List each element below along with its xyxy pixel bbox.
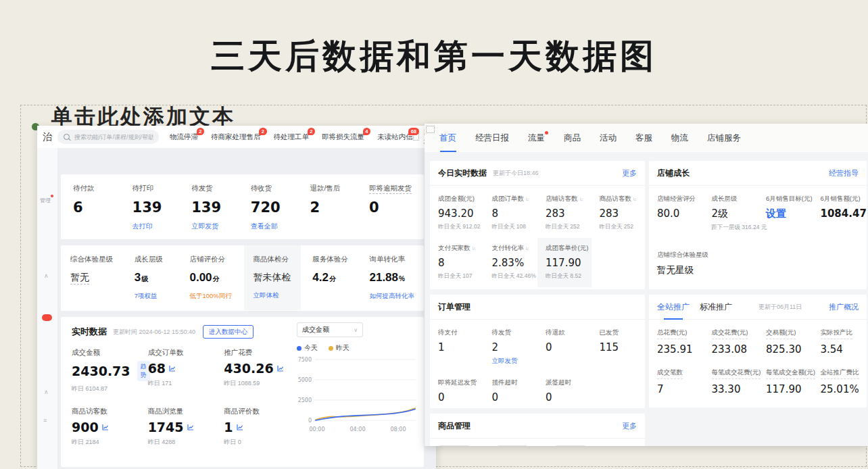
- rating-value: 3: [135, 271, 141, 284]
- growth-metric: 6月销售额(元) 1084.47: [813, 189, 867, 239]
- metric-value: 943.20: [438, 207, 476, 220]
- trend-chart-icon[interactable]: [102, 424, 109, 430]
- metric-value: 0: [546, 341, 583, 353]
- order-stat-link[interactable]: 去打印: [132, 222, 172, 231]
- main-tab[interactable]: 经营日报: [475, 132, 509, 144]
- rating-unit: 分: [213, 275, 220, 282]
- chevron-down-icon: ∨: [354, 327, 358, 333]
- metric-value: 1084.47: [821, 207, 859, 220]
- main-tab[interactable]: 客服: [635, 132, 652, 144]
- order-stat-label: 待打印: [132, 184, 172, 193]
- more-link[interactable]: 更多: [622, 421, 637, 431]
- metric-value: 7: [657, 383, 696, 395]
- main-tab[interactable]: 店铺服务: [707, 132, 741, 144]
- search-input[interactable]: [73, 133, 155, 141]
- data-center-button[interactable]: 进入数据中心: [203, 325, 254, 339]
- trend-chart-icon[interactable]: [277, 365, 284, 372]
- ship-now-link[interactable]: 立即发货: [492, 357, 530, 366]
- metric-label: 待退款: [546, 328, 565, 337]
- legend-today[interactable]: 今天: [297, 343, 318, 353]
- trend-chart-icon[interactable]: [633, 196, 637, 202]
- top-nav-label: 待处理工单: [274, 132, 310, 141]
- trend-chart-icon[interactable]: [473, 245, 476, 251]
- promotion-tab-standard[interactable]: 标准推广: [700, 301, 732, 313]
- today-metric: 成团订单数 8 昨日全天 108: [484, 189, 538, 238]
- order-stat: 待付款 6: [73, 184, 112, 231]
- search-box[interactable]: [57, 130, 159, 144]
- search-icon: [64, 134, 70, 140]
- order-stat-label: 待付款: [73, 184, 112, 193]
- metric-label: 支付买家数: [438, 244, 471, 253]
- rating-label: 综合体验星级: [70, 255, 113, 264]
- today-metric: 店铺访客数 283 昨日全天 252: [537, 189, 592, 238]
- rating-link[interactable]: 低于100%同行: [189, 292, 231, 301]
- order-stat-value: 139: [191, 199, 231, 216]
- top-nav-item[interactable]: 待处理工单 2: [274, 132, 310, 142]
- main-tab[interactable]: 首页: [439, 132, 456, 144]
- today-line: [316, 409, 415, 420]
- main-tabs: 首页 经营日报 流量 商品 活动 客服 物流 店铺服务: [425, 124, 868, 152]
- chevron-up-icon[interactable]: ∧: [44, 389, 49, 395]
- metric-value: 8: [492, 207, 530, 220]
- rating-link[interactable]: 立即体检: [254, 291, 291, 300]
- metric-value: 1: [438, 341, 476, 353]
- trend-chart-icon[interactable]: [580, 196, 583, 202]
- metric-sub: 距下一层级 316.24 元: [712, 224, 750, 232]
- rating-label: 询单转化率: [369, 255, 414, 264]
- top-nav-item[interactable]: 待商家处理售后 2: [211, 132, 261, 142]
- left-column: 今日实时数据 更新于今日18:46 更多 成团金额(元) 943.20 昨日全天…: [430, 161, 645, 446]
- top-nav-item[interactable]: 物流停滞 2: [170, 132, 198, 142]
- rating-link[interactable]: 7项权益: [135, 292, 168, 301]
- main-tab[interactable]: 物流: [671, 132, 688, 144]
- top-nav-item[interactable]: 未读站内信 68: [377, 132, 413, 142]
- metric-value: 1745: [148, 420, 184, 435]
- more-link[interactable]: 更多: [622, 168, 637, 178]
- metric-value: 430.26: [224, 361, 273, 376]
- trend-chart-icon[interactable]: [526, 196, 529, 202]
- promotion-metric: 成交笔数 7: [649, 362, 704, 402]
- svg-text:5000: 5000: [298, 377, 312, 383]
- promotion-metric: 每笔成交金额(元) 117.90: [758, 362, 813, 402]
- legend-yesterday[interactable]: 昨天: [329, 343, 349, 353]
- metric-label: 实际投产比: [821, 328, 853, 339]
- metric-label: 全站推广费比: [821, 368, 859, 379]
- top-nav-label: 待商家处理售后: [211, 132, 261, 141]
- order-stat-link[interactable]: 查看全部: [251, 222, 290, 231]
- chart-metric-select[interactable]: 成交金额 ∨: [297, 322, 363, 337]
- rail-manage-item[interactable]: 管理: [40, 197, 51, 204]
- metric-value: 3.54: [821, 343, 859, 355]
- notification-badge: 2: [259, 128, 266, 136]
- realtime-metric: 推广花费 430.26 昨日 1088.59: [224, 348, 300, 393]
- main-tab[interactable]: 流量: [528, 132, 545, 144]
- trend-chart-icon[interactable]: [187, 424, 194, 430]
- top-nav-item[interactable]: 即将损失流量 4: [322, 132, 364, 142]
- order-metric: 待支付 1: [430, 322, 484, 372]
- trend-chart-icon[interactable]: [169, 365, 176, 372]
- menu-icon[interactable]: ≡: [43, 417, 47, 424]
- trend-chart-icon[interactable]: [237, 424, 243, 430]
- metric-label: 揽件超时: [492, 378, 518, 387]
- order-stat-link[interactable]: 立即发货: [191, 222, 231, 231]
- promotion-overview-link[interactable]: 推广概况: [829, 302, 859, 312]
- rating-link[interactable]: 如何提高转化率: [369, 292, 414, 301]
- promotion-metric: 全站推广费比 25.01%: [813, 362, 867, 402]
- shop-rating-card: 综合体验星级 暂无 成长层级 3级 7项权益: [61, 245, 424, 311]
- metric-value: 117.90: [546, 257, 583, 269]
- redacted-text-stub: [556, 445, 585, 446]
- chevron-up-icon[interactable]: ∧: [44, 272, 49, 279]
- main-tab[interactable]: 商品: [564, 132, 581, 144]
- notification-badge: 4: [363, 128, 370, 136]
- trend-chart-icon[interactable]: [526, 245, 529, 251]
- promotion-metric: 每笔成交花费(元) 33.30: [704, 362, 758, 402]
- promotion-metric: 总花费(元) 235.91: [649, 322, 704, 362]
- order-stat-label: 待收货: [251, 184, 290, 193]
- guidance-link[interactable]: 经营指导: [829, 168, 859, 178]
- svg-text:00:00: 00:00: [309, 426, 324, 433]
- main-tab[interactable]: 活动: [600, 132, 617, 144]
- promotion-tab-sitewide[interactable]: 全站推广: [657, 301, 690, 313]
- realtime-title: 实时数据: [72, 326, 107, 338]
- star-rating-block: 店铺综合体验星级 暂无星级: [649, 240, 867, 276]
- metric-yesterday: 昨日全天 8.52: [546, 272, 583, 280]
- rating-value: 21.88: [369, 271, 398, 284]
- top-bar: 治 物流停滞 2 待商家处理售后 2 待处理工单 2: [37, 126, 436, 148]
